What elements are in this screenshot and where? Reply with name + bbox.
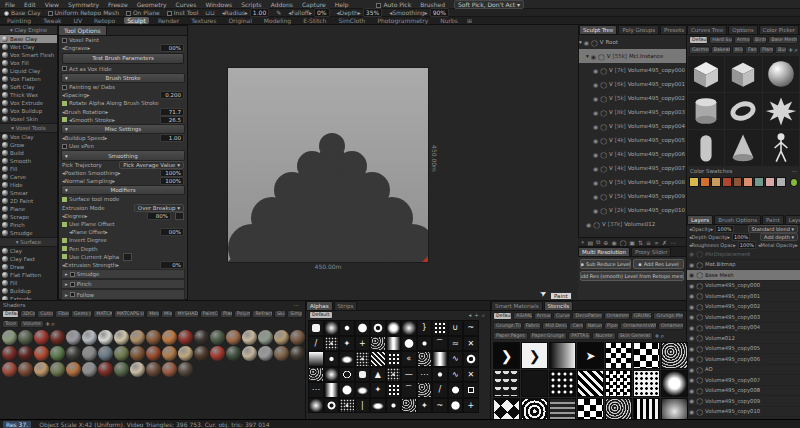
shader-sphere[interactable] [290,330,305,345]
camera-icon[interactable]: ⌖ [581,238,584,246]
alpha-thumb[interactable] [370,336,386,352]
eye-icon[interactable]: ◉ [689,313,694,320]
stencil-thumb[interactable] [605,370,632,397]
shader-sphere[interactable] [82,346,97,361]
shader-sphere[interactable] [18,362,33,377]
checkbox-icon[interactable] [62,85,67,90]
clone-icon[interactable]: ⧉ [596,238,600,246]
checkbox-icon[interactable] [62,117,67,122]
alpha-thumb[interactable] [401,320,417,336]
room-tab-photogrammetry[interactable]: Photogrammetry [374,17,431,24]
shader-sphere[interactable] [130,330,145,345]
alpha-thumb[interactable] [339,351,355,367]
option-rotate-alpha-along-brush-stroke[interactable]: Rotate Alpha Along Brush Stroke [59,99,187,107]
room-tab-modeling[interactable]: Modeling [261,17,294,24]
ghost-icon[interactable]: ◯ [600,193,607,200]
search-icon[interactable]: ⌕ [51,320,55,328]
color-swatch[interactable] [700,177,710,187]
shader-category-toon[interactable]: Toon [2,320,19,328]
option-spacing[interactable]: ◂Spacing▸0.200 [59,91,187,99]
alpha-thumb[interactable] [386,351,402,367]
stencil-category-asian2[interactable]: ASIAN2 [513,312,532,320]
ghost-icon[interactable]: ◯ [696,387,703,394]
stencil-category-nature[interactable]: Nature [585,322,603,330]
option-normal-sampling[interactable]: ◂Normal Sampling▸100% [59,177,187,185]
alpha-thumb[interactable] [386,367,402,383]
stencil-category-grunge-tiles[interactable]: Grunge.Tiles [493,322,522,330]
layer-row[interactable]: ◉◯PbrDisplacement [687,249,800,260]
stencil-category-ornamentswhite[interactable]: OrnamentsWhite [620,322,657,330]
eye-icon[interactable]: ◉ [689,261,694,268]
room-tab-painting[interactable]: Painting [4,17,34,24]
stencil-thumb[interactable] [549,370,576,397]
menu-addons[interactable]: Addons [271,1,293,8]
toolbar-slider-falloff[interactable]: ◂Falloff▸0% [288,8,329,17]
control-value[interactable]: 100% [732,233,750,241]
tool-item-smooth[interactable]: Smooth [0,157,57,165]
tool-item-base-clay[interactable]: Base Clay [0,35,57,43]
tool-item-carve[interactable]: Carve [0,173,57,181]
stencil-category-fabrics[interactable]: Fabrics [523,322,542,330]
toolbar-slider-radius[interactable]: ◂Radius▸1.00 [222,8,270,17]
category-wild[interactable]: Wild [732,46,744,54]
menu-edit[interactable]: Edit [24,1,36,8]
option-use-current-alpha[interactable]: Use Current Alpha [59,253,187,261]
stencil-thumb[interactable] [521,370,548,397]
shader-category-volume[interactable]: Volume [20,320,44,328]
folder-icon[interactable]: ▤ [587,239,593,246]
shader-sphere[interactable] [2,362,17,377]
shader-sphere[interactable] [274,330,289,345]
stencil-category-paper-pages[interactable]: Paper.Pages [493,332,528,340]
ghost-icon[interactable]: ◯ [696,261,703,268]
layer-row[interactable]: ◉◯Volume495_copy004 [687,323,800,334]
alpha-thumb[interactable] [324,398,340,414]
shader-sphere[interactable] [162,346,177,361]
eye-icon[interactable]: ◉ [689,355,694,362]
layers-icon[interactable]: ≡ [646,239,651,246]
color-swatch[interactable] [765,177,775,187]
alpha-thumb[interactable] [355,320,371,336]
alpha-thumb[interactable] [308,367,324,383]
stencil-category-nucete[interactable]: Nucete [592,332,615,340]
tool-section-header[interactable]: ▾ Voxel Tools [0,123,57,133]
stencil-category-curves[interactable]: Curves [553,312,572,320]
shader-sphere[interactable] [210,346,225,361]
ghost-icon[interactable]: ◯ [600,109,607,116]
alpha-thumb[interactable] [448,382,464,398]
ghost-icon[interactable]: ◯ [696,282,703,289]
alpha-thumb[interactable]: / [432,382,448,398]
checkbox-icon[interactable] [62,197,67,202]
model-thumb-cone[interactable] [725,130,761,166]
alpha-thumb[interactable] [432,367,448,383]
option-extrusion-strength[interactable]: ◂Extrusion Strength▸0% [59,261,187,269]
menu-symmetry[interactable]: Symmetry [68,1,99,8]
option-use-spen[interactable]: Use sPen [59,142,187,150]
stencil-thumb[interactable] [633,342,660,369]
ghost-icon[interactable]: ◯ [600,95,607,102]
ghost-icon[interactable]: ◯ [591,39,598,46]
alpha-thumb[interactable] [386,382,402,398]
stencil-thumb[interactable] [661,370,688,397]
tree-row[interactable]: ◉◯V[4k]Volume495_copy007 [579,161,686,175]
eye-icon[interactable]: ◉ [689,324,694,331]
alpha-thumb[interactable]: ⌒ [401,382,417,398]
stencil-category-ornaments[interactable]: Ornaments [658,322,684,330]
alpha-thumb[interactable]: } [417,320,433,336]
option-buildup-speed[interactable]: ◂Buildup Speed▸1.00 [59,134,187,142]
eye-icon[interactable]: ◉ [689,345,694,352]
tool-section-header[interactable]: ▾ Surface [0,237,57,247]
tool-item-flat-flatten[interactable]: Flat Flatten [0,271,57,279]
merge-icon[interactable]: ⊕ [603,239,608,246]
checkbox-icon[interactable] [62,246,67,251]
eye-icon[interactable]: ◉ [593,67,598,74]
button-add-res-level-from-retopo[interactable]: Add Res (smooth) Level from Retopo mesh [580,271,684,281]
alpha-thumb[interactable] [324,351,340,367]
shader-category-default[interactable]: Default [2,310,19,318]
alpha-thumb[interactable] [308,320,324,336]
layer-row[interactable]: ◉◯Volume012 [687,333,800,344]
stencil-category-arrows[interactable]: Arrows [534,312,552,320]
alpha-thumb[interactable]: ✕ [463,367,479,383]
shader-category-matcaps[interactable]: MATCAPS [93,310,112,318]
alpha-thumb[interactable]: ✦ [370,382,386,398]
layer-row[interactable]: ◉◯Volume495_copy008 [687,386,800,397]
